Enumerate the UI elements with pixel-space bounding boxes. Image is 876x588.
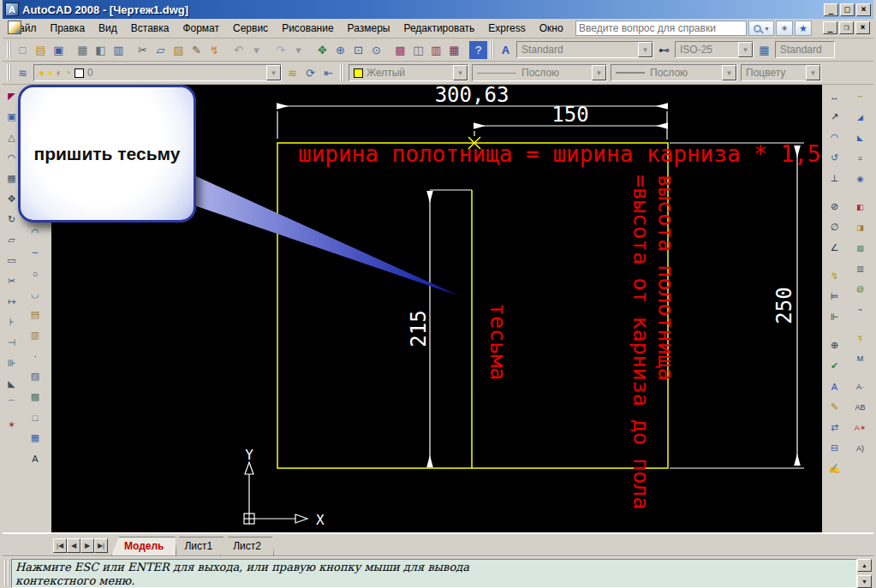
image-adjust-icon[interactable]: ▥ xyxy=(852,260,868,276)
wipeout-icon[interactable]: ◨ xyxy=(852,219,868,235)
paste-icon[interactable]: ▨ xyxy=(170,41,188,59)
properties-icon[interactable]: ▩ xyxy=(391,41,409,59)
lineweight-combo[interactable]: Послою ▼ xyxy=(611,64,737,81)
dim-linear-icon[interactable]: ↔ xyxy=(826,88,843,104)
gradient-hatch-icon[interactable]: ▩ xyxy=(27,389,44,405)
scroll-down-icon[interactable]: ▼ xyxy=(857,575,872,588)
text-style-icon[interactable]: A xyxy=(497,41,515,59)
ellipse-icon[interactable]: ○ xyxy=(27,265,44,282)
dim-angular-icon[interactable]: ∠ xyxy=(826,240,843,256)
dim-diameter-icon[interactable]: ∅ xyxy=(826,219,843,235)
maximize-button[interactable]: □ xyxy=(840,3,855,16)
toolpalettes-icon[interactable]: ▥ xyxy=(427,41,445,59)
chevron-down-icon[interactable]: ▼ xyxy=(738,42,753,57)
dim-break-icon[interactable]: ⊟ xyxy=(826,440,843,456)
point-icon[interactable]: · xyxy=(27,347,44,364)
command-grip[interactable] xyxy=(4,560,9,585)
explode-text-icon[interactable]: A✶ xyxy=(852,419,868,436)
menu-express[interactable]: Express xyxy=(481,21,532,36)
doc-restore-button[interactable]: ❐ xyxy=(839,21,854,34)
save-icon[interactable]: ▣ xyxy=(50,41,68,59)
tab-model[interactable]: Модель xyxy=(111,537,176,555)
chevron-down-icon[interactable]: ▼ xyxy=(453,65,468,80)
center-mark-icon[interactable]: ⊕ xyxy=(826,337,843,353)
dim-jogged-icon[interactable]: ↺ xyxy=(826,150,843,166)
dim-radius-icon[interactable]: ⊘ xyxy=(826,199,843,215)
menu-modify[interactable]: Редактировать xyxy=(396,21,481,36)
mtext-icon[interactable]: A xyxy=(27,450,44,466)
dim-style-combo[interactable]: ISO-25 ▼ xyxy=(675,41,754,58)
new-file-icon[interactable]: □ xyxy=(14,41,32,59)
linetype-combo[interactable]: Послою ▼ xyxy=(472,64,607,81)
publish-icon[interactable]: ▥ xyxy=(110,41,128,59)
layer-plot-icon[interactable]: ◔ xyxy=(65,67,71,79)
dim-style-icon[interactable]: ⊷ xyxy=(655,41,673,59)
rotate-icon[interactable]: ↻ xyxy=(3,211,20,228)
dim-continue-icon[interactable]: ⊩ xyxy=(826,309,843,325)
undo-dropdown-icon[interactable]: ▾ xyxy=(247,41,265,59)
layer-properties-icon[interactable]: ≋ xyxy=(14,64,32,82)
find-text-icon[interactable]: A· xyxy=(852,378,868,395)
menu-dimension[interactable]: Размеры xyxy=(341,21,397,36)
tab-layout2[interactable]: Лист2 xyxy=(220,537,274,555)
join-icon[interactable]: ⊪ xyxy=(3,355,20,371)
scroll-up-icon[interactable]: ▲ xyxy=(857,559,872,572)
make-layer-current-icon[interactable]: ≋ xyxy=(283,64,301,82)
toolbar-grip[interactable] xyxy=(340,64,344,81)
tab-layout1[interactable]: Лист1 xyxy=(171,537,225,555)
pan-icon[interactable]: ✥ xyxy=(313,41,331,59)
dim-ordinate-icon[interactable]: ⊥ xyxy=(826,170,843,187)
color-combo[interactable]: Желтый ▼ xyxy=(349,64,468,81)
redo-icon[interactable]: ↷ xyxy=(271,41,289,59)
zoom-window-icon[interactable]: ⊡ xyxy=(349,41,367,59)
spline-icon[interactable]: ∼ xyxy=(27,245,44,261)
open-file-icon[interactable]: ▤ xyxy=(32,41,50,59)
break-at-point-icon[interactable]: ⊦ xyxy=(3,314,20,330)
callout-bubble[interactable]: пришить тесьму xyxy=(18,85,196,223)
help-icon[interactable]: ? xyxy=(469,41,487,59)
fillet-icon[interactable]: ⌒ xyxy=(3,396,20,413)
plot-preview-icon[interactable]: ◧ xyxy=(92,41,110,59)
revcloud-icon[interactable]: ◠ xyxy=(27,224,44,241)
search-button[interactable]: ▾ xyxy=(748,21,774,36)
match-properties-icon[interactable]: ✎ xyxy=(188,41,206,59)
communication-center-button[interactable]: ✶ xyxy=(776,21,793,36)
extend-icon[interactable]: ↦ xyxy=(3,294,20,310)
dim-aligned-icon[interactable]: ↗ xyxy=(826,109,843,125)
multileader-align-icon[interactable]: ◢ xyxy=(852,109,868,125)
dim-text-edit-icon[interactable]: A xyxy=(826,378,843,395)
toolbar-grip[interactable] xyxy=(490,41,494,58)
dim-space-icon[interactable]: ⇄ xyxy=(826,419,843,436)
make-block-icon[interactable]: ▥ xyxy=(27,327,44,343)
plotstyle-combo[interactable]: Поцвету ▼ xyxy=(741,64,821,81)
layer-on-icon[interactable]: ● xyxy=(39,67,45,79)
dim-arc-length-icon[interactable]: ◠ xyxy=(826,129,843,146)
toolbar-grip[interactable] xyxy=(7,64,11,81)
toolbar-grip[interactable] xyxy=(7,41,11,58)
spell-check-icon[interactable]: AB xyxy=(852,399,868,415)
tab-nav-prev[interactable]: ◀ xyxy=(67,538,80,553)
table-style-icon[interactable]: ▦ xyxy=(755,41,773,59)
table-icon[interactable]: ▦ xyxy=(27,430,44,446)
redo-dropdown-icon[interactable]: ▾ xyxy=(289,41,307,59)
favorites-button[interactable]: ★ xyxy=(795,21,812,36)
doc-minimize-button[interactable]: _ xyxy=(823,21,837,34)
menu-insert[interactable]: Вставка xyxy=(124,21,176,36)
undo-icon[interactable]: ↶ xyxy=(229,41,247,59)
table-style-combo[interactable]: Standard xyxy=(775,41,835,58)
chevron-down-icon[interactable]: ▼ xyxy=(638,42,653,57)
autocad-app-icon[interactable]: A xyxy=(5,3,19,16)
quick-select-icon[interactable]: ↯ xyxy=(852,330,868,346)
menu-edit[interactable]: Правка xyxy=(44,21,92,36)
copy-icon[interactable]: ▱ xyxy=(152,41,170,59)
menu-view[interactable]: Вид xyxy=(92,21,124,36)
hatch-icon[interactable]: ▨ xyxy=(27,368,44,384)
web-browse-icon[interactable]: @ xyxy=(852,281,868,297)
match-cell-icon[interactable]: ↯ xyxy=(206,41,223,59)
command-scrollbar[interactable]: ▲ ▼ xyxy=(857,559,872,588)
chevron-down-icon[interactable]: ▼ xyxy=(592,65,606,80)
chevron-down-icon[interactable]: ▼ xyxy=(722,65,736,80)
close-button[interactable]: × xyxy=(856,3,871,16)
insert-block-icon[interactable]: ▤ xyxy=(27,306,44,323)
doc-close-button[interactable]: × xyxy=(855,21,870,34)
